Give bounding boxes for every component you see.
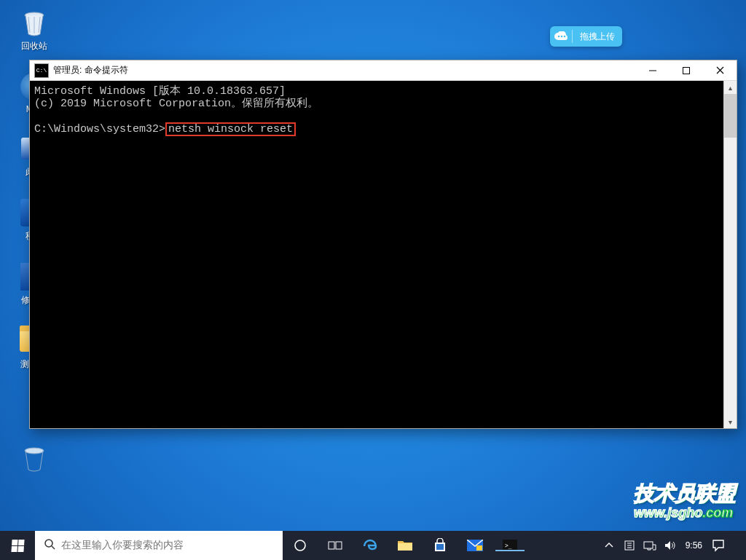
svg-rect-11 (436, 544, 444, 550)
scrollbar[interactable]: ▴ ▾ (723, 81, 737, 428)
watermark-text: 技术员联盟 (634, 482, 736, 505)
copyright-line: (c) 2019 Microsoft Corporation。保留所有权利。 (34, 98, 318, 110)
titlebar[interactable]: C:\ 管理员: 命令提示符 (30, 60, 737, 81)
command-prompt-window: C:\ 管理员: 命令提示符 Microsoft Windows [版本 10.… (29, 60, 737, 429)
cmd-body: Microsoft Windows [版本 10.0.18363.657] (c… (30, 81, 737, 428)
cortana-button[interactable] (283, 539, 318, 552)
svg-point-1 (25, 448, 44, 454)
store-taskbar[interactable] (423, 538, 458, 553)
taskbar-items: >_ (283, 531, 527, 560)
svg-point-7 (295, 540, 305, 551)
action-center-icon[interactable] (711, 538, 726, 553)
desktop-bin-duplicate (9, 443, 60, 473)
recycle-bin[interactable]: 回收站 (9, 7, 60, 52)
cmd-taskbar[interactable]: >_ (492, 540, 527, 551)
window-title: 管理员: 命令提示符 (53, 64, 636, 76)
window-controls (636, 60, 737, 80)
scroll-track[interactable] (724, 138, 737, 415)
task-view-button[interactable] (318, 540, 353, 551)
ime-icon[interactable] (623, 539, 636, 552)
terminal-output[interactable]: Microsoft Windows [版本 10.0.18363.657] (c… (30, 81, 723, 428)
recycle-bin-label: 回收站 (21, 40, 47, 52)
version-line: Microsoft Windows [版本 10.0.18363.657] (34, 85, 286, 98)
svg-point-6 (45, 540, 52, 547)
scroll-down-arrow[interactable]: ▾ (724, 415, 737, 428)
recycle-bin-duplicate[interactable] (9, 443, 60, 473)
start-button[interactable] (0, 531, 35, 560)
watermark: 技术员联盟 www.jsgho.com (634, 484, 736, 522)
search-box[interactable]: 在这里输入你要搜索的内容 (35, 531, 283, 560)
svg-point-2 (558, 36, 560, 38)
tray-chevron-up-icon[interactable] (602, 539, 616, 552)
svg-text:>_: >_ (505, 543, 512, 549)
close-button[interactable] (703, 60, 737, 80)
windows-logo-icon (11, 540, 24, 552)
svg-rect-13 (476, 545, 482, 551)
svg-point-3 (561, 36, 563, 38)
search-placeholder: 在这里输入你要搜索的内容 (61, 539, 184, 552)
taskbar: 在这里输入你要搜索的内容 >_ (0, 531, 746, 560)
svg-rect-9 (336, 542, 342, 549)
scroll-up-arrow[interactable]: ▴ (724, 81, 737, 94)
prompt: C:\Windows\system32> (34, 123, 165, 135)
volume-icon[interactable] (664, 539, 677, 552)
cloud-icon (550, 26, 572, 47)
entered-command: netsh winsock reset (165, 122, 296, 136)
svg-point-4 (564, 36, 566, 38)
svg-rect-5 (683, 67, 690, 74)
search-icon (44, 538, 55, 553)
svg-rect-8 (329, 542, 334, 549)
recycle-bin-icon (19, 443, 50, 473)
svg-rect-17 (644, 542, 653, 548)
file-explorer-taskbar[interactable] (388, 539, 423, 552)
desktop: 回收站 Micr 此电 秒关 修复开 测试12 (0, 0, 746, 560)
edge-taskbar[interactable] (353, 537, 388, 553)
svg-rect-10 (398, 543, 412, 551)
scroll-thumb[interactable] (724, 94, 737, 138)
minimize-button[interactable] (636, 60, 670, 80)
maximize-button[interactable] (670, 60, 703, 80)
clock[interactable]: 9:56 (686, 540, 702, 551)
watermark-url: www.jsgho.com (634, 503, 736, 522)
recycle-bin-icon (19, 7, 50, 38)
network-icon[interactable] (643, 539, 656, 552)
cloud-upload-button[interactable]: 拖拽上传 (550, 26, 622, 47)
cloud-upload-label: 拖拽上传 (573, 31, 622, 43)
mail-taskbar[interactable] (458, 540, 492, 551)
cmd-app-icon: C:\ (34, 63, 49, 78)
system-tray: 9:56 (595, 531, 746, 560)
